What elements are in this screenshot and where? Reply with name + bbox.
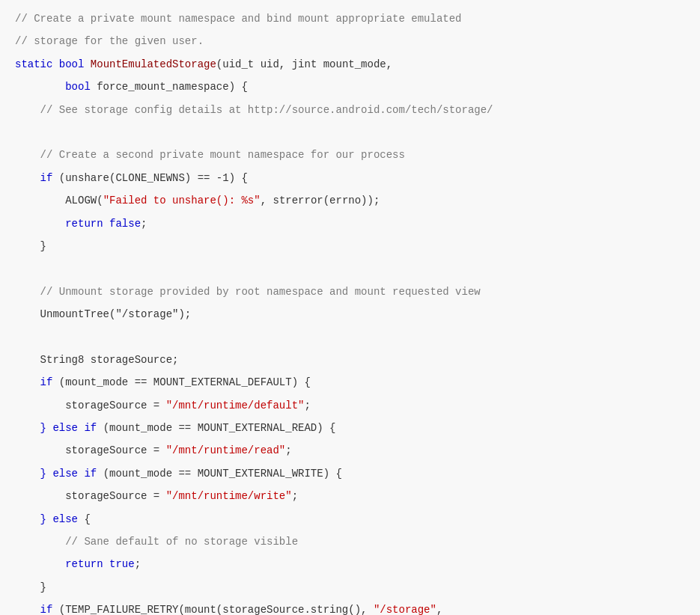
code-token: // Create a private mount namespace and … [15, 13, 462, 25]
code-token: , [436, 604, 442, 615]
code-token: if [15, 376, 59, 388]
code-token: , strerror(errno)); [261, 195, 380, 206]
code-line: } else if (mount_mode == MOUNT_EXTERNAL_… [0, 462, 700, 485]
code-container: // Create a private mount namespace and … [0, 0, 700, 615]
code-line: String8 storageSource; [0, 349, 700, 371]
code-line: // Create a private mount namespace and … [0, 7, 700, 30]
code-token: (unshare(CLONE_NEWNS) == -1) { [59, 172, 248, 184]
code-line: return true; [0, 553, 700, 575]
code-token: "/storage" [374, 604, 436, 615]
code-token: } else if [15, 422, 103, 434]
code-token: "Failed to unshare(): %s" [103, 195, 261, 206]
code-line [0, 121, 700, 144]
code-line: ALOGW("Failed to unshare(): %s", strerro… [0, 189, 700, 212]
code-line: return false; [0, 212, 700, 235]
code-line: if (TEMP_FAILURE_RETRY(mount(storageSour… [0, 599, 700, 615]
code-line: // See storage config details at http://… [0, 99, 700, 121]
code-token: String8 storageSource; [15, 354, 178, 366]
code-token: } else if [15, 468, 103, 480]
code-token: static [15, 58, 59, 70]
code-token: ALOGW( [15, 195, 103, 206]
code-token: false [109, 218, 141, 230]
code-token: "/mnt/runtime/write" [166, 490, 292, 502]
code-token: (uid_t uid, jint mount_mode, [216, 58, 392, 70]
code-token: if [15, 172, 59, 184]
code-token: ; [135, 558, 141, 570]
code-token: { [84, 513, 90, 525]
code-line: static bool MountEmulatedStorage(uid_t u… [0, 53, 700, 76]
code-lines: // Create a private mount namespace and … [0, 7, 700, 615]
code-line: storageSource = "/mnt/runtime/write"; [0, 485, 700, 507]
code-token: if [15, 604, 59, 615]
code-line: storageSource = "/mnt/runtime/read"; [0, 439, 700, 462]
code-token: // See storage config details at http://… [15, 104, 493, 116]
code-token: // Sane default of no storage visible [15, 536, 298, 548]
code-token: } [15, 240, 46, 252]
code-line: } else { [0, 508, 700, 530]
code-line [0, 325, 700, 348]
code-line: UnmountTree("/storage"); [0, 303, 700, 325]
code-line: // storage for the given user. [0, 30, 700, 52]
code-token: return [15, 218, 109, 230]
code-token: bool [59, 58, 91, 70]
code-token: storageSource = [15, 444, 166, 456]
code-token: UnmountTree("/storage"); [15, 308, 191, 320]
code-token: (mount_mode == MOUNT_EXTERNAL_DEFAULT) { [59, 376, 311, 388]
code-token: // storage for the given user. [15, 35, 204, 47]
code-token: // Unmount storage provided by root name… [15, 286, 481, 298]
code-token: (mount_mode == MOUNT_EXTERNAL_WRITE) { [103, 468, 342, 480]
code-line: } [0, 576, 700, 599]
code-line: storageSource = "/mnt/runtime/default"; [0, 394, 700, 417]
code-token: force_mount_namespace) { [97, 81, 248, 93]
code-line: // Unmount storage provided by root name… [0, 281, 700, 303]
code-line: bool force_mount_namespace) { [0, 76, 700, 98]
code-token: return [15, 558, 109, 570]
code-line [0, 257, 700, 280]
code-token: ; [304, 400, 310, 411]
code-token: (TEMP_FAILURE_RETRY(mount(storageSource.… [59, 604, 374, 615]
code-token: } [15, 581, 46, 593]
code-token: (mount_mode == MOUNT_EXTERNAL_READ) { [103, 422, 336, 434]
code-line: // Sane default of no storage visible [0, 530, 700, 553]
code-line: } [0, 235, 700, 257]
code-token: } else [15, 513, 84, 525]
code-token: ; [292, 490, 298, 502]
code-token: "/mnt/runtime/default" [166, 400, 305, 411]
code-token: storageSource = [15, 490, 166, 502]
code-token: storageSource = [15, 400, 166, 411]
code-token: true [109, 558, 135, 570]
code-token: bool [15, 81, 97, 93]
code-line: } else if (mount_mode == MOUNT_EXTERNAL_… [0, 417, 700, 439]
code-line: if (mount_mode == MOUNT_EXTERNAL_DEFAULT… [0, 371, 700, 394]
code-line: // Create a second private mount namespa… [0, 144, 700, 166]
code-line: if (unshare(CLONE_NEWNS) == -1) { [0, 167, 700, 189]
code-token: ; [285, 444, 291, 456]
code-token: MountEmulatedStorage [91, 58, 216, 70]
code-token: // Create a second private mount namespa… [15, 149, 405, 161]
code-token: "/mnt/runtime/read" [166, 444, 286, 456]
code-token: ; [141, 218, 147, 230]
